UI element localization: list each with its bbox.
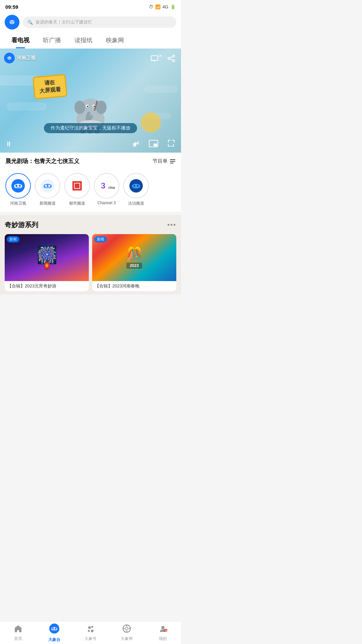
channel-circle-xinwen (35, 173, 60, 199)
svg-point-35 (19, 185, 21, 187)
channel-label-dushi: 都市频道 (69, 201, 85, 206)
svg-point-34 (15, 185, 17, 187)
status-icons: ⏱ 📶 4G 🔋 (149, 4, 176, 9)
svg-rect-28 (154, 144, 157, 146)
status-time: 09:59 (5, 4, 18, 10)
channel-circle-dushi (64, 173, 90, 199)
search-bar[interactable]: 🔍 奋进的春天｜太行山下建设忙 (23, 16, 176, 28)
search-icon: 🔍 (27, 20, 33, 25)
video-subtitle: 作为遵纪守法的象宝宝，无版权不播放 (44, 123, 137, 133)
channel-circle-fazhi (123, 173, 149, 199)
timer-icon: ⏱ (149, 4, 153, 9)
svg-point-2 (12, 21, 14, 22)
svg-point-5 (10, 58, 11, 59)
svg-point-16 (96, 101, 107, 114)
video-controls: ⏸ (0, 139, 181, 149)
nav-tabs: 看电视 听广播 读报纸 映象网 (0, 32, 181, 49)
svg-point-46 (137, 185, 139, 187)
svg-point-20 (94, 106, 95, 107)
schedule-button[interactable]: 节目单 (153, 158, 176, 164)
decoration-circle (141, 112, 161, 132)
svg-point-8 (173, 55, 175, 57)
channel-item-xinwen[interactable]: 新闻频道 (35, 173, 60, 206)
card-thumb-2: 新闻 🎊 2023 (92, 234, 176, 281)
tab-tv[interactable]: 看电视 (5, 32, 36, 48)
svg-point-4 (8, 58, 9, 59)
svg-point-19 (87, 106, 88, 107)
pause-button[interactable]: ⏸ (5, 140, 12, 148)
card-thumb-1: 新闻 🎆 🏮 (5, 234, 89, 281)
svg-line-11 (170, 57, 173, 58)
svg-point-15 (74, 101, 85, 114)
content-grid: 新闻 🎆 🏮 【合辑】2023元宵奇妙游 新闻 🎊 2023 【合辑】2023河… (5, 234, 176, 291)
section-qimiaoyou: 奇妙游系列 ••• 新闻 🎆 🏮 【合辑】2023元宵奇妙游 新闻 🎊 (0, 215, 181, 294)
tab-radio[interactable]: 听广播 (36, 32, 68, 48)
svg-point-39 (48, 185, 50, 187)
card-label-1: 【合辑】2023元宵奇妙游 (5, 281, 89, 291)
channel-item-dushi[interactable]: 都市频道 (64, 173, 90, 206)
tab-yxw[interactable]: 映象网 (99, 32, 131, 48)
program-title: 晨光剧场：包青天之七侠五义 (5, 157, 79, 165)
pip-button[interactable] (149, 140, 158, 149)
svg-point-1 (10, 21, 12, 22)
close-button[interactable]: ✕ (158, 53, 163, 59)
card-badge-2: 新闻 (94, 236, 107, 243)
svg-text:channel: channel (108, 186, 115, 190)
search-placeholder: 奋进的春天｜太行山下建设忙 (36, 19, 92, 25)
program-info: 晨光剧场：包青天之七侠五义 节目单 (0, 153, 181, 170)
svg-line-12 (170, 59, 173, 60)
video-player[interactable]: 河南卫视 请在 大屏观看 (0, 49, 181, 153)
channel-label-xinwen: 新闻频道 (40, 201, 56, 206)
channel-badge: 河南卫视 (4, 53, 36, 63)
share-button[interactable] (166, 53, 177, 64)
channel-item-henan[interactable]: 河南卫视 (5, 173, 31, 206)
svg-point-9 (168, 57, 170, 59)
svg-point-38 (45, 185, 47, 187)
section-more-button[interactable]: ••• (167, 221, 176, 229)
content-card-1[interactable]: 新闻 🎆 🏮 【合辑】2023元宵奇妙游 (5, 234, 89, 291)
svg-point-10 (173, 60, 175, 62)
mute-button[interactable] (132, 140, 140, 148)
tab-news[interactable]: 读报纸 (68, 32, 99, 48)
card-label-2: 【合辑】2023河南春晚 (92, 281, 176, 291)
channel-label-henan: 河南卫视 (10, 201, 26, 206)
svg-point-45 (134, 185, 135, 187)
battery-icon: 🔋 (170, 4, 176, 9)
video-top-controls (149, 53, 177, 64)
channel-name: 河南卫视 (17, 55, 36, 61)
channel-label-fazhi: 法治频道 (128, 201, 144, 206)
svg-point-7 (154, 61, 155, 62)
section-title: 奇妙游系列 (5, 220, 38, 229)
header: 🔍 奋进的春天｜太行山下建设忙 (0, 12, 181, 32)
wifi-icon: 📶 (155, 4, 161, 9)
content-card-2[interactable]: 新闻 🎊 2023 【合辑】2023河南春晚 (92, 234, 176, 291)
channel-label-ch3: Channel 3 (98, 201, 116, 205)
channel-circle-ch3: 3 channel (94, 173, 119, 199)
status-bar: 09:59 ⏱ 📶 4G 🔋 (0, 0, 181, 12)
schedule-label: 节目单 (153, 158, 168, 164)
svg-rect-6 (151, 56, 158, 60)
channel-item-ch3[interactable]: 3 channel Channel 3 (94, 173, 119, 206)
svg-text:3: 3 (101, 181, 105, 190)
channel-logo (4, 53, 15, 63)
card-badge-1: 新闻 (7, 236, 19, 243)
section-header: 奇妙游系列 ••• (5, 220, 176, 229)
fullscreen-button[interactable] (167, 139, 176, 149)
channel-list: 河南卫视 新闻频道 都市频道 (0, 170, 181, 212)
channel-circle-henan (5, 173, 31, 199)
signal-icon: 4G (163, 4, 168, 9)
sign-text: 请在 大屏观看 (33, 74, 67, 99)
app-logo[interactable] (5, 15, 19, 30)
channel-item-fazhi[interactable]: 法治频道 (123, 173, 149, 206)
